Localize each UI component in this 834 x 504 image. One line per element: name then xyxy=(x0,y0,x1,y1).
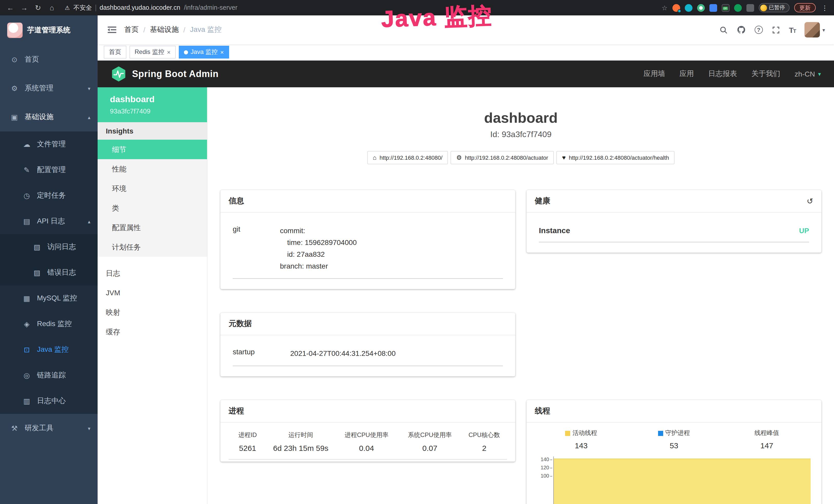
info-card-header: 信息 xyxy=(220,190,515,212)
breadcrumb-current: Java 监控 xyxy=(190,25,222,35)
avatar xyxy=(805,22,820,38)
close-icon[interactable]: × xyxy=(220,48,224,56)
sidebar-item-infra[interactable]: ▣ 基础设施 ▴ xyxy=(0,103,97,132)
legend-value: 147 xyxy=(721,441,813,450)
sidebar-item-access-logs[interactable]: ▧ 访问日志 xyxy=(0,234,97,260)
sidebar-toggle-icon[interactable] xyxy=(107,25,117,35)
info-card-body: git commit: time: 1596289704000 id: 27aa… xyxy=(220,212,515,289)
sidebar-item-label: 研发工具 xyxy=(25,423,53,433)
app-logo[interactable]: 芋道管理系统 xyxy=(0,16,97,45)
extension-icon-puzzle[interactable] xyxy=(746,4,754,12)
sba-item-caches[interactable]: 缓存 xyxy=(97,322,207,342)
sba-item-environment[interactable]: 环境 xyxy=(97,179,207,198)
cell-value: 5261 xyxy=(228,441,267,460)
sidebar-item-label: 文件管理 xyxy=(37,140,66,149)
instance-header[interactable]: dashboard 93a3fc7f7409 xyxy=(97,87,207,122)
sidebar-item-trace[interactable]: ◎ 链路追踪 xyxy=(0,363,97,388)
sba-item-scheduled-tasks[interactable]: 计划任务 xyxy=(97,237,207,257)
sidebar-item-file-manage[interactable]: ☁ 文件管理 xyxy=(0,132,97,157)
bookmark-star-icon[interactable]: ☆ xyxy=(662,4,667,12)
user-menu[interactable]: ▾ xyxy=(805,22,825,38)
log-center-icon: ▥ xyxy=(22,397,32,405)
help-icon[interactable]: ? xyxy=(754,26,763,34)
health-instance-row: Instance UP xyxy=(539,217,809,243)
edit-icon: ✎ xyxy=(22,166,32,174)
sidebar-item-redis-monitor[interactable]: ◈ Redis 监控 xyxy=(0,311,97,337)
url-host: dashboard.yudao.iocoder.cn xyxy=(100,4,180,11)
breadcrumb-home[interactable]: 首页 xyxy=(124,25,139,35)
kebab-menu-icon[interactable]: ⋮ xyxy=(820,4,829,12)
extension-icon-orange[interactable] xyxy=(672,4,680,12)
java-monitor-icon: ⊡ xyxy=(22,346,32,354)
address-divider xyxy=(95,4,96,11)
fullscreen-icon[interactable] xyxy=(771,25,780,34)
sidebar-item-mysql-monitor[interactable]: ▦ MySQL 监控 xyxy=(0,285,97,311)
search-icon[interactable] xyxy=(719,25,728,34)
update-button[interactable]: 更新 xyxy=(794,3,816,12)
reload-icon[interactable]: ↻ xyxy=(33,4,43,12)
extension-icon-leaf[interactable] xyxy=(734,4,742,12)
history-icon[interactable]: ↺ xyxy=(807,197,813,206)
health-url-link[interactable]: ♥ http://192.168.0.2:48080/actuator/heal… xyxy=(556,151,675,164)
sidebar-item-home[interactable]: ⊙ 首页 xyxy=(0,45,97,74)
home-icon[interactable]: ⌂ xyxy=(47,4,57,12)
sidebar-item-label: 错误日志 xyxy=(47,268,76,277)
tag-redis-monitor[interactable]: Redis 监控 × xyxy=(129,46,176,59)
threads-chart: 140 120 100 xyxy=(535,457,813,504)
legend-item-daemon: 守护进程 53 xyxy=(628,429,720,450)
extension-icon-blue-grid[interactable] xyxy=(709,4,717,12)
chrome-right-cluster: ☆ on 已暂停 更新 ⋮ xyxy=(662,3,829,12)
git-commit-id: id: 27aa832 xyxy=(280,249,357,260)
app-navbar: 首页 / 基础设施 / Java 监控 ? xyxy=(97,16,834,44)
sba-item-mappings[interactable]: 映射 xyxy=(97,302,207,322)
extension-icon-green[interactable] xyxy=(697,4,705,12)
github-icon[interactable] xyxy=(737,25,746,35)
sba-item-details[interactable]: 细节 xyxy=(97,140,207,159)
instance-url-link[interactable]: ⌂ http://192.168.0.2:48080/ xyxy=(367,151,448,164)
sba-item-classes[interactable]: 类 xyxy=(97,198,207,218)
sba-brand-title[interactable]: Spring Boot Admin xyxy=(132,69,219,79)
close-icon[interactable]: × xyxy=(167,48,171,56)
sidebar-item-system[interactable]: ⚙ 系统管理 ▾ xyxy=(0,74,97,103)
sidebar-item-log-center[interactable]: ▥ 日志中心 xyxy=(0,388,97,414)
process-col: CPU核心数 2 xyxy=(462,426,507,460)
sidebar-item-dev-tools[interactable]: ⚒ 研发工具 ▾ xyxy=(0,414,97,443)
sba-link-wallboard[interactable]: 应用墙 xyxy=(644,69,665,78)
metadata-card-body: startup 2021-04-27T00:44:31.254+08:00 xyxy=(220,335,515,376)
sba-link-journal[interactable]: 日志报表 xyxy=(708,69,737,78)
emoji-face-icon xyxy=(760,4,767,11)
sba-link-applications[interactable]: 应用 xyxy=(680,69,694,78)
sidebar-item-java-monitor[interactable]: ⊡ Java 监控 xyxy=(0,337,97,363)
paused-badge[interactable]: 已暂停 xyxy=(759,3,790,12)
address-bar[interactable]: ⚠ 不安全 dashboard.yudao.iocoder.cn/infra/a… xyxy=(65,3,237,12)
sidebar-item-api-logs[interactable]: ▤ API 日志 ▴ xyxy=(0,208,97,234)
sba-item-logs[interactable]: 日志 xyxy=(97,264,207,283)
card-title: 信息 xyxy=(228,196,244,206)
process-col: 系统CPU使用率 0.07 xyxy=(398,426,461,460)
forward-icon[interactable]: → xyxy=(19,4,29,12)
active-dot xyxy=(184,50,188,54)
sba-root-items: 日志 JVM 映射 缓存 xyxy=(97,257,207,342)
back-icon[interactable]: ← xyxy=(5,4,16,12)
tag-home[interactable]: 首页 xyxy=(104,46,126,59)
process-card: 进程 进程ID 5261 运行时间 xyxy=(220,400,515,462)
extension-icon-switch[interactable]: on xyxy=(722,4,729,12)
breadcrumb-infra[interactable]: 基础设施 xyxy=(150,25,179,35)
sidebar-item-scheduled-jobs[interactable]: ◷ 定时任务 xyxy=(0,183,97,208)
font-size-icon[interactable]: TT xyxy=(789,25,796,34)
tag-label: Redis 监控 xyxy=(135,48,164,56)
sba-item-metrics[interactable]: 性能 xyxy=(97,159,207,179)
chevron-up-icon: ▴ xyxy=(88,114,90,120)
sba-item-config-props[interactable]: 配置属性 xyxy=(97,218,207,237)
info-value: commit: time: 1596289704000 id: 27aa832 … xyxy=(280,225,357,272)
tag-java-monitor[interactable]: Java 监控 × xyxy=(179,46,229,59)
sidebar-item-config-manage[interactable]: ✎ 配置管理 xyxy=(0,157,97,183)
navbar-icons: ? TT ▾ xyxy=(719,22,825,38)
locale-select[interactable]: zh-CN ▾ xyxy=(795,70,821,78)
extension-icon-teal[interactable] xyxy=(684,4,692,12)
card-title: 进程 xyxy=(228,406,244,416)
sba-link-about[interactable]: 关于我们 xyxy=(751,69,780,78)
actuator-url-link[interactable]: ⚙ http://192.168.0.2:48080/actuator xyxy=(451,151,554,164)
sba-item-jvm[interactable]: JVM xyxy=(97,283,207,302)
sidebar-item-error-logs[interactable]: ▨ 错误日志 xyxy=(0,260,97,285)
